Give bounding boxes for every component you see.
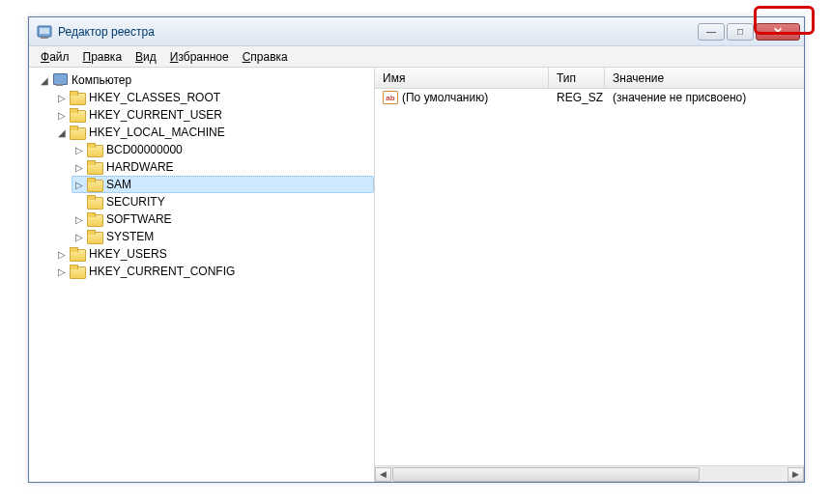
string-value-icon: ab [383,91,398,104]
folder-icon [87,230,102,243]
expander-icon[interactable]: ▷ [73,145,85,155]
menu-help[interactable]: Справка [237,48,294,66]
scroll-left-button[interactable]: ◀ [375,467,391,482]
menu-file[interactable]: Файл [35,48,75,66]
folder-icon [70,247,85,261]
expander-icon[interactable]: ▷ [73,162,85,173]
expander-icon[interactable]: ▷ [56,93,68,103]
scroll-right-button[interactable]: ▶ [788,467,804,482]
tree-hkcc[interactable]: ▷ HKEY_CURRENT_CONFIG [54,263,374,280]
tree-label: HKEY_CURRENT_CONFIG [89,265,235,278]
menu-edit[interactable]: Правка [77,48,129,66]
list-pane: Имя Тип Значение ab (По умолчанию) REG_S… [375,68,804,482]
folder-icon [87,143,102,156]
menubar: Файл Правка Вид Избранное Справка [29,46,804,68]
tree-label: HKEY_LOCAL_MACHINE [89,126,225,139]
tree-security[interactable]: SECURITY [72,193,374,210]
minimize-button[interactable]: — [698,23,725,41]
menu-view[interactable]: Вид [129,48,162,66]
folder-icon [70,265,85,278]
svg-rect-2 [41,37,48,39]
tree-hklm[interactable]: ◢ HKEY_LOCAL_MACHINE [54,124,374,141]
maximize-button[interactable]: □ [727,23,754,41]
window-title: Редактор реестра [58,25,698,39]
expander-icon[interactable]: ▷ [73,214,85,225]
folder-icon [87,178,102,191]
row-value: (значение не присвоено) [605,91,804,104]
tree-label: SAM [106,178,131,191]
tree-pane[interactable]: ◢ Компьютер ▷ HKEY_CLASSES_ROOT ▷ [29,68,375,482]
tree-root-computer[interactable]: ◢ Компьютер [37,71,374,89]
tree-system[interactable]: ▷ SYSTEM [72,228,374,245]
menu-favorites[interactable]: Избранное [164,48,235,66]
tree-label: HKEY_CLASSES_ROOT [89,91,220,104]
expander-icon[interactable]: ▷ [73,232,85,242]
tree-software[interactable]: ▷ SOFTWARE [72,210,374,228]
computer-icon [52,73,68,87]
tree-hkcu[interactable]: ▷ HKEY_CURRENT_USER [54,106,374,124]
tree-hardware[interactable]: ▷ HARDWARE [72,158,374,176]
svg-rect-1 [40,28,49,34]
list-rows[interactable]: ab (По умолчанию) REG_SZ (значение не пр… [375,89,804,465]
list-row[interactable]: ab (По умолчанию) REG_SZ (значение не пр… [375,89,804,106]
tree-label: BCD00000000 [106,143,183,156]
tree-label: HKEY_USERS [89,247,167,261]
tree-label: SECURITY [106,195,165,209]
expander-icon[interactable]: ▷ [56,266,68,277]
tree-label: HKEY_CURRENT_USER [89,108,222,122]
folder-icon [87,160,102,174]
app-icon [37,24,52,40]
column-name[interactable]: Имя [375,68,549,88]
expander-icon[interactable]: ▷ [73,180,85,190]
tree-label: SOFTWARE [106,212,172,226]
folder-icon [70,91,85,104]
close-button[interactable]: ✕ [756,23,800,41]
tree-label: SYSTEM [106,230,154,243]
window: Редактор реестра — □ ✕ Файл Правка Вид И… [28,16,805,483]
expander-icon[interactable]: ▷ [56,249,68,260]
folder-icon [87,212,102,226]
tree-label: HARDWARE [106,160,174,174]
expander-icon[interactable]: ▷ [56,110,68,121]
tree-sam[interactable]: ▷ SAM [72,176,374,193]
row-type: REG_SZ [549,91,605,104]
tree-bcd[interactable]: ▷ BCD00000000 [72,141,374,158]
tree-hkcr[interactable]: ▷ HKEY_CLASSES_ROOT [54,89,374,106]
folder-icon [87,195,102,209]
scroll-track[interactable] [392,467,787,482]
titlebar[interactable]: Редактор реестра — □ ✕ [29,17,804,46]
row-name: (По умолчанию) [402,91,488,104]
folder-icon [70,126,85,139]
tree-hku[interactable]: ▷ HKEY_USERS [54,245,374,263]
column-type[interactable]: Тип [549,68,605,88]
tree-label: Компьютер [72,73,131,87]
expander-icon[interactable]: ◢ [39,75,50,86]
folder-icon [70,108,85,122]
column-value[interactable]: Значение [605,68,804,88]
horizontal-scrollbar[interactable]: ◀ ▶ [375,465,804,482]
expander-icon[interactable]: ◢ [56,127,68,138]
column-headers: Имя Тип Значение [375,68,804,89]
scroll-thumb[interactable] [392,467,700,482]
